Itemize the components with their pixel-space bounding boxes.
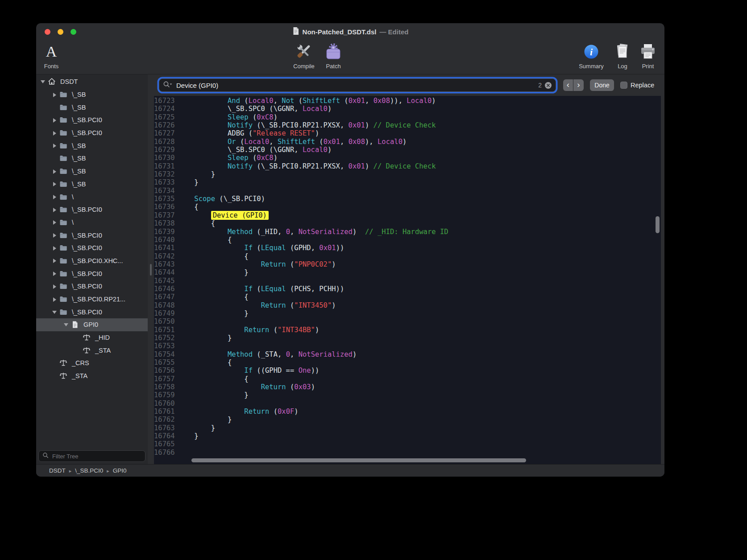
code-line: 16755{ xyxy=(154,358,661,366)
vertical-scrollbar[interactable] xyxy=(656,216,660,233)
code-line: 16764} xyxy=(154,432,661,440)
code-line: 16749} xyxy=(154,309,661,317)
code-line: 16725Sleep (0xC8) xyxy=(154,113,661,121)
tree-item-label: \_SB.PCI0 xyxy=(72,116,102,124)
code-line: 16742{ xyxy=(154,252,661,260)
patch-button[interactable]: Patch xyxy=(313,41,353,70)
disclosure-triangle-icon[interactable] xyxy=(51,117,58,123)
breadcrumb-item: \_SB.PCI0 xyxy=(75,467,103,474)
code-editor[interactable]: 16723And (Local0, Not (ShiftLeft (0x01, … xyxy=(154,96,661,464)
find-input[interactable] xyxy=(175,81,535,90)
code-line: 16728Or (Local0, ShiftLeft (0x01, 0x08),… xyxy=(154,138,661,146)
disclosure-triangle-icon[interactable] xyxy=(51,219,58,226)
fonts-icon: A xyxy=(46,44,57,59)
tree-item[interactable]: _HID xyxy=(36,331,148,344)
tree-item[interactable]: \_SB xyxy=(36,152,148,165)
pane-splitter[interactable] xyxy=(148,74,154,464)
find-previous-button[interactable]: ‹ xyxy=(563,79,573,91)
tree-item[interactable]: _CRS xyxy=(36,357,148,370)
clear-search-icon[interactable] xyxy=(544,82,552,89)
tree-item[interactable]: \_SB.PCI0 xyxy=(36,127,148,140)
disclosure-triangle-icon[interactable] xyxy=(51,181,58,187)
line-number: 16752 xyxy=(154,334,178,342)
tree-item[interactable]: GPI0 xyxy=(36,318,148,331)
tree-item[interactable]: \_SB xyxy=(36,165,148,178)
disclosure-triangle-icon[interactable] xyxy=(51,130,58,136)
tree-item[interactable]: \_SB.PCI0.RP21... xyxy=(36,293,148,306)
code-line: 16748Return ("INT3450") xyxy=(154,301,661,309)
code-line: 16724\_SB.SPC0 (\GGNR, Local0) xyxy=(154,105,661,113)
folder-icon xyxy=(59,218,68,227)
minimize-button[interactable] xyxy=(58,29,63,35)
disclosure-triangle-icon[interactable] xyxy=(51,168,58,174)
fonts-button[interactable]: A Fonts xyxy=(36,41,71,70)
tree-item-label: \ xyxy=(72,194,74,201)
tree-item[interactable]: \_SB.PCI0 xyxy=(36,229,148,242)
line-number: 16730 xyxy=(154,154,178,162)
tree-item[interactable]: DSDT xyxy=(36,75,148,88)
home-icon xyxy=(47,77,56,86)
filter-tree-input[interactable] xyxy=(51,453,141,460)
tree-item[interactable]: \ xyxy=(36,190,148,203)
line-number: 16727 xyxy=(154,129,178,137)
tree-item[interactable]: \_SB.PCI0 xyxy=(36,280,148,293)
done-button[interactable]: Done xyxy=(590,79,614,91)
disclosure-triangle-icon[interactable] xyxy=(51,232,58,239)
disclosure-triangle-icon[interactable] xyxy=(40,78,46,85)
tree-item[interactable]: \ xyxy=(36,216,148,229)
method-icon xyxy=(59,371,68,380)
breadcrumb-separator-icon: ▸ xyxy=(69,468,72,474)
tree-item[interactable]: \_SB.PCI0 xyxy=(36,242,148,255)
doc-icon xyxy=(71,320,79,329)
tree-item[interactable]: \_SB.PCI0 xyxy=(36,267,148,280)
tree-item-label: \_SB xyxy=(72,142,86,149)
horizontal-scrollbar[interactable] xyxy=(191,458,526,462)
filter-tree-field[interactable] xyxy=(38,450,145,462)
disclosure-triangle-icon[interactable] xyxy=(51,271,58,277)
tree-item[interactable]: \_SB.PCI0.XHC... xyxy=(36,255,148,268)
splitter-grip-icon[interactable] xyxy=(150,264,152,276)
zoom-button[interactable] xyxy=(71,29,76,35)
tree-item[interactable]: \_SB.PCI0 xyxy=(36,203,148,216)
code-line: 16754Method (_STA, 0, NotSerialized) xyxy=(154,350,661,358)
disclosure-triangle-icon[interactable] xyxy=(51,309,58,315)
disclosure-triangle-icon[interactable] xyxy=(63,321,69,328)
line-number: 16725 xyxy=(154,113,178,121)
disclosure-triangle-icon[interactable] xyxy=(51,296,58,302)
line-number: 16757 xyxy=(154,375,178,383)
tree-item[interactable]: \_SB xyxy=(36,88,148,101)
print-button[interactable]: Print xyxy=(628,41,664,70)
code-line: 16727ADBG ("Release RESET") xyxy=(154,129,661,137)
tree-item[interactable]: \_SB.PCI0 xyxy=(36,305,148,318)
tree-item-label: _STA xyxy=(95,347,111,354)
tree-item[interactable]: \_SB.PCI0 xyxy=(36,114,148,127)
tree-item-label: \_SB xyxy=(72,91,86,98)
folder-icon xyxy=(59,154,68,163)
disclosure-triangle-icon[interactable] xyxy=(51,206,58,213)
line-number: 16737 xyxy=(154,211,178,219)
line-number: 16748 xyxy=(154,301,178,309)
find-next-button[interactable]: › xyxy=(573,79,584,91)
app-window: Non-Patched_DSDT.dsl — Edited A Fonts Co… xyxy=(36,23,664,477)
disclosure-triangle-icon[interactable] xyxy=(51,194,58,200)
disclosure-triangle-icon[interactable] xyxy=(51,283,58,289)
code-line: 16740{ xyxy=(154,236,661,244)
disclosure-triangle-icon[interactable] xyxy=(51,245,58,251)
search-scope-icon[interactable] xyxy=(163,81,173,90)
tree-item[interactable]: _STA xyxy=(36,370,148,383)
code-line: 16763} xyxy=(154,424,661,432)
patch-gear-icon xyxy=(324,41,342,62)
disclosure-triangle-icon[interactable] xyxy=(51,143,58,149)
line-number: 16760 xyxy=(154,399,178,408)
tree-item[interactable]: \_SB xyxy=(36,139,148,152)
folder-icon xyxy=(59,115,68,124)
disclosure-triangle-icon[interactable] xyxy=(51,91,58,98)
replace-checkbox[interactable] xyxy=(620,82,627,89)
code-line: 16743Return ("PNP0C02") xyxy=(154,260,661,268)
disclosure-triangle-icon[interactable] xyxy=(51,258,58,264)
tree-item[interactable]: _STA xyxy=(36,344,148,357)
close-button[interactable] xyxy=(45,29,50,35)
find-field[interactable]: 2 xyxy=(159,78,556,92)
tree-item[interactable]: \_SB xyxy=(36,101,148,114)
tree-item[interactable]: \_SB xyxy=(36,178,148,191)
